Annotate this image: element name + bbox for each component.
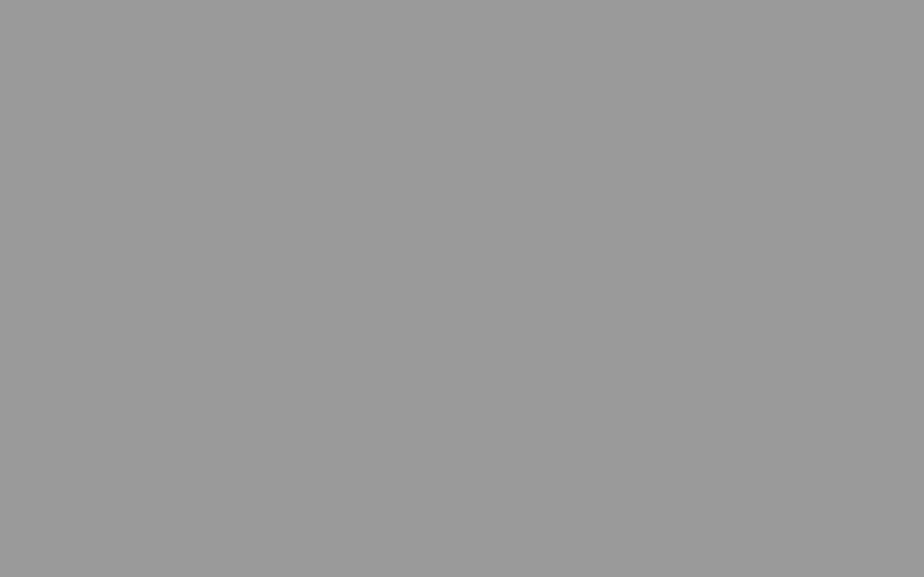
mirrored-screenshot-stage: ƷS SOLID WORKS FileEditViewInsertToolsWi… bbox=[0, 0, 924, 577]
